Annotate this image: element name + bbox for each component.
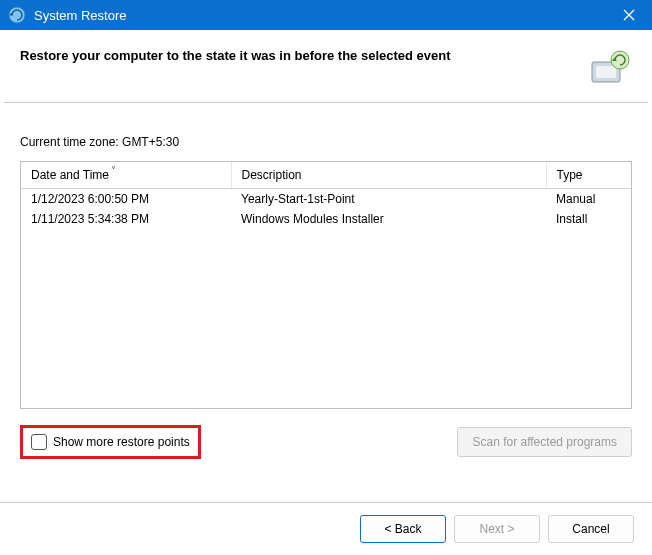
show-more-restore-points[interactable]: Show more restore points — [20, 425, 201, 459]
close-button[interactable] — [606, 0, 652, 30]
titlebar: System Restore — [0, 0, 652, 30]
next-button[interactable]: Next > — [454, 515, 540, 543]
timezone-label: Current time zone: GMT+5:30 — [20, 135, 632, 149]
cell-desc: Yearly-Start-1st-Point — [231, 189, 546, 210]
restore-illustration-icon — [588, 48, 632, 88]
cell-desc: Windows Modules Installer — [231, 209, 546, 229]
column-header-description[interactable]: Description — [231, 162, 546, 189]
cell-date: 1/12/2023 6:00:50 PM — [21, 189, 231, 210]
cancel-button[interactable]: Cancel — [548, 515, 634, 543]
system-restore-icon — [8, 6, 26, 24]
page-header: Restore your computer to the state it wa… — [0, 30, 652, 102]
cell-date: 1/11/2023 5:34:38 PM — [21, 209, 231, 229]
table-row[interactable]: 1/12/2023 6:00:50 PM Yearly-Start-1st-Po… — [21, 189, 631, 210]
dialog-footer: < Back Next > Cancel — [0, 502, 652, 555]
table-row[interactable]: 1/11/2023 5:34:38 PM Windows Modules Ins… — [21, 209, 631, 229]
restore-points-table: Date and Time Description Type 1/12/2023… — [20, 161, 632, 409]
column-header-type[interactable]: Type — [546, 162, 631, 189]
cell-type: Manual — [546, 189, 631, 210]
back-button[interactable]: < Back — [360, 515, 446, 543]
show-more-checkbox[interactable] — [31, 434, 47, 450]
column-header-date[interactable]: Date and Time — [21, 162, 231, 189]
show-more-label: Show more restore points — [53, 435, 190, 449]
content-area: Current time zone: GMT+5:30 Date and Tim… — [0, 103, 652, 467]
below-table-row: Show more restore points Scan for affect… — [20, 425, 632, 459]
svg-rect-5 — [596, 66, 616, 78]
page-heading: Restore your computer to the state it wa… — [20, 48, 588, 63]
cell-type: Install — [546, 209, 631, 229]
window-title: System Restore — [34, 8, 606, 23]
scan-affected-programs-button[interactable]: Scan for affected programs — [457, 427, 632, 457]
